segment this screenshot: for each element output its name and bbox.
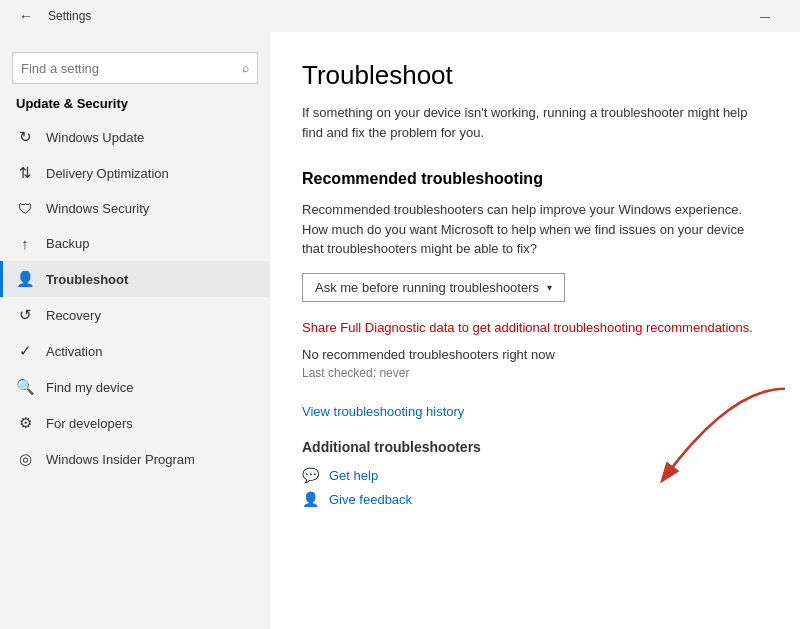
page-title: Troubleshoot bbox=[302, 60, 768, 91]
sidebar-section-header: Update & Security bbox=[0, 92, 270, 119]
sidebar: ⌕ Update & Security ↻ Windows Update ⇅ D… bbox=[0, 32, 270, 629]
main-content: Troubleshoot If something on your device… bbox=[270, 32, 800, 629]
search-icon: ⌕ bbox=[242, 61, 249, 75]
give-feedback-icon: 👤 bbox=[302, 491, 319, 507]
sidebar-item-delivery-optimization[interactable]: ⇅ Delivery Optimization bbox=[0, 155, 270, 191]
delivery-optimization-icon: ⇅ bbox=[16, 164, 34, 182]
sidebar-item-label: Backup bbox=[46, 236, 89, 251]
sidebar-item-recovery[interactable]: ↺ Recovery bbox=[0, 297, 270, 333]
backup-icon: ↑ bbox=[16, 235, 34, 252]
back-icon: ← bbox=[19, 8, 33, 24]
find-device-icon: 🔍 bbox=[16, 378, 34, 396]
sidebar-nav-top bbox=[0, 32, 270, 48]
sidebar-item-label: Windows Security bbox=[46, 201, 149, 216]
sidebar-item-label: Windows Update bbox=[46, 130, 144, 145]
diagnostic-data-link[interactable]: Share Full Diagnostic data to get additi… bbox=[302, 318, 753, 338]
sidebar-item-label: Troubleshoot bbox=[46, 272, 128, 287]
sidebar-item-label: Recovery bbox=[46, 308, 101, 323]
sidebar-item-find-my-device[interactable]: 🔍 Find my device bbox=[0, 369, 270, 405]
sidebar-item-for-developers[interactable]: ⚙ For developers bbox=[0, 405, 270, 441]
minimize-icon: — bbox=[760, 11, 770, 22]
back-button[interactable]: ← bbox=[12, 2, 40, 30]
sidebar-item-activation[interactable]: ✓ Activation bbox=[0, 333, 270, 369]
sidebar-item-label: Find my device bbox=[46, 380, 133, 395]
additional-section-title: Additional troubleshooters bbox=[302, 439, 768, 455]
get-help-link[interactable]: 💬 Get help bbox=[302, 467, 768, 483]
view-history-link[interactable]: View troubleshooting history bbox=[302, 404, 768, 419]
last-checked-text: Last checked: never bbox=[302, 366, 768, 380]
sidebar-item-label: Windows Insider Program bbox=[46, 452, 195, 467]
troubleshooter-dropdown[interactable]: Ask me before running troubleshooters ▾ bbox=[302, 273, 565, 302]
titlebar-left: ← Settings bbox=[12, 2, 91, 30]
no-troubleshooters-status: No recommended troubleshooters right now bbox=[302, 347, 768, 362]
sidebar-item-backup[interactable]: ↑ Backup bbox=[0, 226, 270, 261]
recovery-icon: ↺ bbox=[16, 306, 34, 324]
windows-security-icon: 🛡 bbox=[16, 200, 34, 217]
insider-icon: ◎ bbox=[16, 450, 34, 468]
sidebar-item-label: For developers bbox=[46, 416, 133, 431]
sidebar-item-label: Delivery Optimization bbox=[46, 166, 169, 181]
give-feedback-label: Give feedback bbox=[329, 492, 412, 507]
sidebar-item-windows-security[interactable]: 🛡 Windows Security bbox=[0, 191, 270, 226]
search-box[interactable]: ⌕ bbox=[12, 52, 258, 84]
get-help-icon: 💬 bbox=[302, 467, 319, 483]
developers-icon: ⚙ bbox=[16, 414, 34, 432]
get-help-label: Get help bbox=[329, 468, 378, 483]
minimize-button[interactable]: — bbox=[742, 0, 788, 32]
troubleshoot-icon: 👤 bbox=[16, 270, 34, 288]
sidebar-item-label: Activation bbox=[46, 344, 102, 359]
app-container: ⌕ Update & Security ↻ Windows Update ⇅ D… bbox=[0, 32, 800, 629]
sidebar-item-windows-update[interactable]: ↻ Windows Update bbox=[0, 119, 270, 155]
dropdown-label: Ask me before running troubleshooters bbox=[315, 280, 539, 295]
give-feedback-link[interactable]: 👤 Give feedback bbox=[302, 491, 768, 507]
titlebar: ← Settings — bbox=[0, 0, 800, 32]
windows-update-icon: ↻ bbox=[16, 128, 34, 146]
window-title: Settings bbox=[48, 9, 91, 23]
window-controls: — bbox=[742, 0, 788, 32]
chevron-down-icon: ▾ bbox=[547, 282, 552, 293]
recommended-section-title: Recommended troubleshooting bbox=[302, 170, 768, 188]
activation-icon: ✓ bbox=[16, 342, 34, 360]
sidebar-item-troubleshoot[interactable]: 👤 Troubleshoot bbox=[0, 261, 270, 297]
page-description: If something on your device isn't workin… bbox=[302, 103, 768, 142]
recommended-section-desc: Recommended troubleshooters can help imp… bbox=[302, 200, 768, 259]
search-input[interactable] bbox=[21, 61, 242, 76]
sidebar-item-windows-insider[interactable]: ◎ Windows Insider Program bbox=[0, 441, 270, 477]
